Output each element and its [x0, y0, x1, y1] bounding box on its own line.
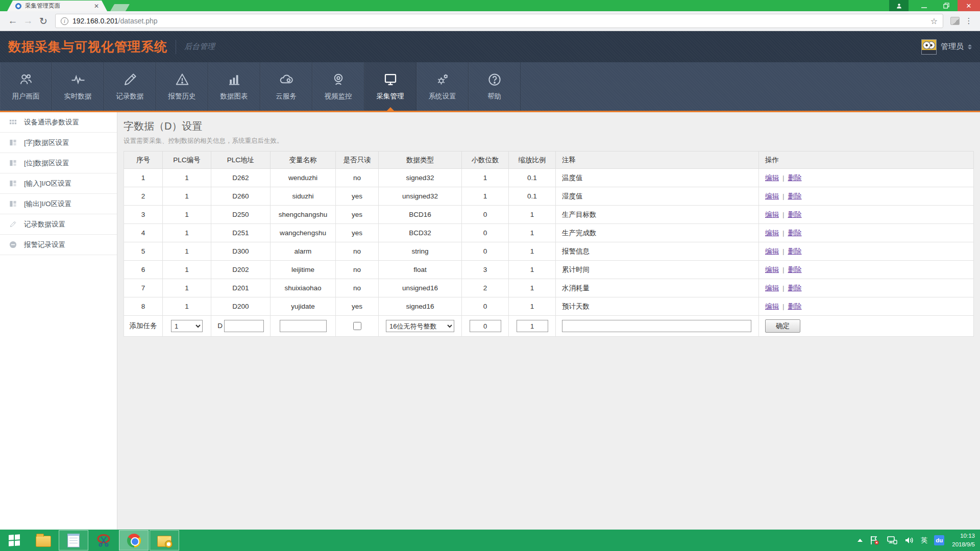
- edit-link[interactable]: 编辑: [765, 229, 779, 237]
- blocks-icon: [9, 159, 17, 167]
- link-separator: |: [782, 229, 785, 237]
- edit-link[interactable]: 编辑: [765, 174, 779, 182]
- nav-item-system-settings[interactable]: 系统设置: [416, 62, 469, 111]
- taskbar-clock[interactable]: 10:13 2018/9/5: [951, 532, 975, 548]
- plc-address-input[interactable]: [224, 320, 264, 332]
- show-hidden-icons-button[interactable]: [857, 539, 863, 542]
- browser-menu-icon[interactable]: ⋮: [963, 16, 975, 26]
- edit-link[interactable]: 编辑: [765, 266, 779, 273]
- edit-link[interactable]: 编辑: [765, 192, 779, 200]
- decimals-input[interactable]: [470, 320, 501, 332]
- comment-input[interactable]: [562, 320, 751, 332]
- delete-link[interactable]: 删除: [788, 211, 802, 218]
- sidebar-item-alarm-record-settings[interactable]: 报警记录设置: [0, 235, 117, 255]
- nav-item-data-charts[interactable]: 数据图表: [208, 62, 260, 111]
- volume-icon[interactable]: [904, 535, 914, 545]
- table-row: 11D262wenduzhinosigned3210.1温度值编辑|删除: [124, 169, 974, 187]
- taskbar-explorer-button[interactable]: [29, 530, 58, 551]
- confirm-button[interactable]: 确定: [765, 319, 800, 333]
- sidebar-item-input-io-area[interactable]: [输入]I/O区设置: [0, 173, 117, 194]
- network-icon[interactable]: [886, 535, 897, 545]
- bookmark-star-icon[interactable]: ☆: [930, 16, 938, 26]
- cell-operations: 编辑|删除: [759, 261, 974, 279]
- nav-item-cloud-service[interactable]: 云服务: [260, 62, 312, 111]
- cell-operations: 编辑|删除: [759, 224, 974, 242]
- column-header: 小数位数: [462, 152, 509, 169]
- taskbar-notepad-button[interactable]: [59, 530, 88, 550]
- nav-item-alarm-history[interactable]: 报警历史: [156, 62, 208, 111]
- close-button[interactable]: ✕: [958, 0, 980, 11]
- taskbar-chrome-button[interactable]: [119, 530, 149, 550]
- sidebar-item-bit-data-area[interactable]: [位]数据区设置: [0, 153, 117, 173]
- edit-link[interactable]: 编辑: [765, 284, 779, 292]
- nav-item-user-screen[interactable]: 用户画面: [0, 62, 52, 111]
- cell-readonly: no: [336, 279, 379, 297]
- delete-link[interactable]: 删除: [788, 303, 802, 310]
- delete-link[interactable]: 删除: [788, 174, 802, 182]
- delete-link[interactable]: 删除: [788, 192, 802, 200]
- action-center-flag-icon[interactable]: [869, 535, 879, 545]
- taskbar-snipping-button[interactable]: [89, 530, 118, 551]
- nav-item-collection-manage[interactable]: 采集管理: [364, 62, 416, 111]
- tab-title: 采集管理页面: [25, 2, 90, 10]
- plc-number-select[interactable]: 1: [171, 320, 203, 332]
- table-row: 71D201shuixiaohaonounsigned1621水消耗量编辑|删除: [124, 279, 974, 297]
- sidebar: 设备通讯参数设置[字]数据区设置[位]数据区设置[输入]I/O区设置[输出]I/…: [0, 112, 117, 530]
- address-bar[interactable]: i 192.168.0.201/dataset.php ☆: [55, 14, 943, 28]
- windows-logo-icon: [9, 534, 20, 546]
- back-button[interactable]: ←: [5, 15, 20, 27]
- nav-item-label: 系统设置: [429, 92, 456, 101]
- scale-input[interactable]: [517, 320, 548, 332]
- browser-tab[interactable]: 采集管理页面 ✕: [7, 1, 107, 11]
- variable-name-input[interactable]: [280, 320, 327, 332]
- delete-link[interactable]: 删除: [788, 284, 802, 292]
- pulse-icon: [70, 72, 86, 87]
- start-button[interactable]: [0, 530, 29, 551]
- cell-plc-no: 1: [163, 261, 211, 279]
- sidebar-item-word-data-area[interactable]: [字]数据区设置: [0, 133, 117, 153]
- edit-link[interactable]: 编辑: [765, 211, 779, 218]
- sidebar-item-output-io-area[interactable]: [输出]I/O区设置: [0, 194, 117, 214]
- cell-plc-addr: D262: [211, 169, 271, 187]
- extension-icon[interactable]: [950, 17, 960, 25]
- edit-link[interactable]: 编辑: [765, 247, 779, 255]
- minimize-button[interactable]: [913, 0, 935, 11]
- tab-close-icon[interactable]: ✕: [94, 3, 99, 9]
- page-info-icon[interactable]: i: [61, 17, 68, 25]
- header-divider: [176, 40, 176, 54]
- delete-link[interactable]: 删除: [788, 229, 802, 237]
- app-header: 数据采集与可视化管理系统 后台管理 管理员: [0, 31, 980, 62]
- forward-button[interactable]: →: [20, 15, 36, 27]
- delete-link[interactable]: 删除: [788, 247, 802, 255]
- column-header: 变量名称: [271, 152, 336, 169]
- cell-plc-no: 1: [163, 169, 211, 187]
- user-menu[interactable]: 管理员: [921, 39, 972, 55]
- cell-var-name: siduzhi: [271, 187, 336, 206]
- refresh-button[interactable]: ↻: [36, 15, 51, 27]
- grid-icon: [9, 118, 17, 126]
- ime-language-indicator[interactable]: 英: [921, 536, 927, 545]
- nav-item-video-monitor[interactable]: 视频监控: [312, 62, 364, 111]
- nav-item-label: 采集管理: [377, 92, 404, 101]
- profile-button[interactable]: [889, 0, 909, 11]
- sidebar-item-record-data-settings[interactable]: 记录数据设置: [0, 214, 117, 235]
- cell-no: 6: [124, 261, 163, 279]
- link-separator: |: [782, 266, 785, 273]
- new-tab-button[interactable]: [110, 4, 130, 11]
- cell-scale: 1: [509, 297, 556, 316]
- restore-button[interactable]: [935, 0, 958, 11]
- link-separator: |: [782, 192, 785, 200]
- sidebar-item-device-comm-params[interactable]: 设备通讯参数设置: [0, 112, 117, 133]
- column-header: PLC地址: [211, 152, 271, 169]
- delete-link[interactable]: 删除: [788, 266, 802, 273]
- taskbar-outlook-button[interactable]: [150, 530, 179, 550]
- edit-link[interactable]: 编辑: [765, 303, 779, 310]
- ime-badge[interactable]: du: [934, 535, 944, 545]
- readonly-checkbox[interactable]: [353, 322, 361, 330]
- nav-item-record-data[interactable]: 记录数据: [104, 62, 156, 111]
- sidebar-item-label: [字]数据区设置: [24, 138, 69, 147]
- data-type-select[interactable]: 16位无符号整数: [386, 320, 454, 332]
- nav-item-help[interactable]: 帮助: [469, 62, 521, 111]
- cell-no: 7: [124, 279, 163, 297]
- nav-item-realtime-data[interactable]: 实时数据: [52, 62, 104, 111]
